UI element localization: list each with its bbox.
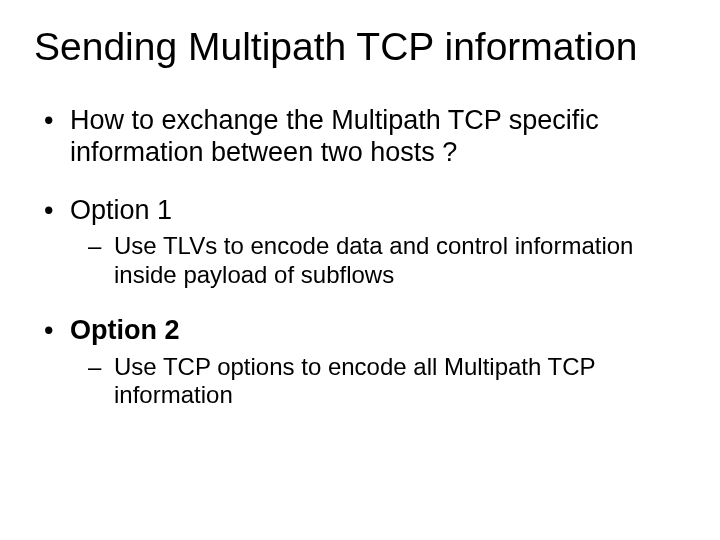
- sub-bullet-text: Use TCP options to encode all Multipath …: [114, 353, 595, 408]
- sub-bullet-list: Use TLVs to encode data and control info…: [88, 232, 686, 289]
- sub-bullet-list: Use TCP options to encode all Multipath …: [88, 353, 686, 410]
- slide-title: Sending Multipath TCP information: [34, 26, 686, 69]
- bullet-item: Option 2 Use TCP options to encode all M…: [42, 315, 686, 409]
- sub-bullet-text: Use TLVs to encode data and control info…: [114, 232, 633, 287]
- bullet-text: How to exchange the Multipath TCP specif…: [70, 105, 599, 167]
- sub-bullet-item: Use TLVs to encode data and control info…: [88, 232, 686, 289]
- bullet-item: Option 1 Use TLVs to encode data and con…: [42, 195, 686, 289]
- sub-bullet-item: Use TCP options to encode all Multipath …: [88, 353, 686, 410]
- bullet-text: Option 1: [70, 195, 172, 225]
- bullet-item: How to exchange the Multipath TCP specif…: [42, 105, 686, 169]
- bullet-list: How to exchange the Multipath TCP specif…: [42, 105, 686, 410]
- slide: Sending Multipath TCP information How to…: [0, 0, 720, 540]
- bullet-text: Option 2: [70, 315, 180, 345]
